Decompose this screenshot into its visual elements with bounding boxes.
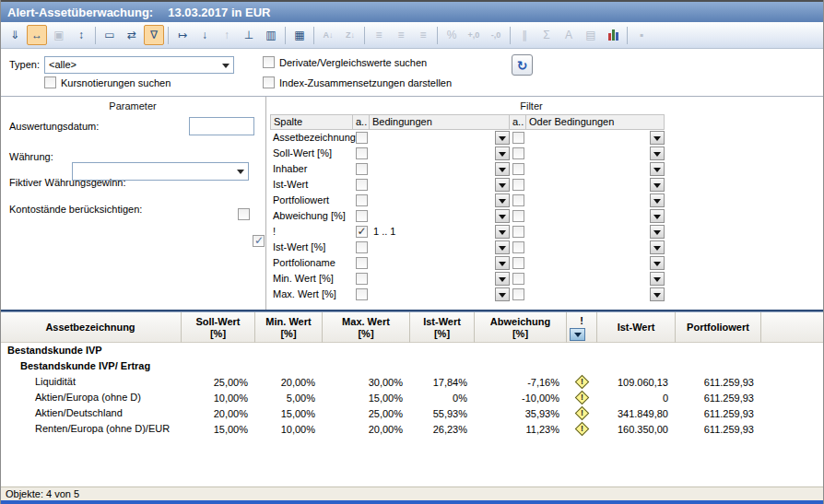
- filter-or-checkbox[interactable]: [512, 241, 524, 253]
- chevron-down-icon[interactable]: [650, 162, 665, 176]
- col-abweichung[interactable]: Abweichung[%]: [475, 312, 567, 343]
- kontostaende-checkbox[interactable]: [253, 235, 265, 247]
- filter-and-checkbox[interactable]: [356, 288, 368, 300]
- chevron-down-icon[interactable]: [495, 131, 510, 145]
- swap-icon[interactable]: ⇄: [122, 25, 142, 45]
- filter-col-and1: a..: [353, 114, 370, 130]
- filter-or-checkbox[interactable]: [512, 147, 524, 159]
- new-window-icon[interactable]: ▭: [100, 25, 120, 45]
- filter-or-checkbox[interactable]: [512, 194, 524, 206]
- warning-icon: !: [575, 391, 590, 405]
- filter-row-warn: ! 1 .. 1: [270, 224, 665, 240]
- filter-and-checkbox[interactable]: [356, 132, 368, 144]
- chevron-down-icon[interactable]: [650, 256, 665, 270]
- filter-or-checkbox[interactable]: [512, 132, 524, 144]
- col-ist-wert-pct[interactable]: Ist-Wert[%]: [410, 312, 475, 343]
- filter-and-checkbox[interactable]: [356, 179, 368, 191]
- chart-column-icon[interactable]: ▥: [261, 25, 281, 45]
- chevron-down-icon[interactable]: [650, 272, 665, 286]
- chevron-down-icon[interactable]: [650, 240, 665, 254]
- filter-title: Filter: [266, 100, 796, 111]
- table-row[interactable]: Liquidität 25,00% 20,00% 30,00% 17,84% -…: [0, 374, 824, 390]
- col-ist-wert[interactable]: Ist-Wert: [597, 312, 676, 343]
- warn-filter-dropdown[interactable]: [570, 328, 585, 341]
- chevron-down-icon[interactable]: [495, 256, 510, 270]
- chevron-down-icon[interactable]: [650, 287, 665, 301]
- filter-and-checkbox[interactable]: [356, 163, 368, 175]
- refresh-button[interactable]: ↻: [512, 54, 533, 76]
- filter-row-label: Max. Wert [%]: [270, 287, 353, 302]
- total-row-icon[interactable]: ⊥: [239, 25, 259, 45]
- filter-or-checkbox[interactable]: [512, 226, 524, 238]
- filter-and-checkbox[interactable]: [356, 241, 368, 253]
- table-row-group[interactable]: Bestandskunde IVP/ Ertrag: [0, 358, 824, 374]
- remove-decimal-icon: -,0: [486, 25, 506, 45]
- chart-icon[interactable]: [603, 25, 623, 45]
- filter-bedingung-value[interactable]: 1 .. 1: [373, 226, 395, 237]
- col-min-wert[interactable]: Min. Wert[%]: [255, 312, 323, 343]
- typen-select[interactable]: <alle>: [44, 56, 234, 74]
- chevron-down-icon[interactable]: [650, 131, 665, 145]
- chevron-down-icon[interactable]: [495, 178, 510, 192]
- chevron-down-icon[interactable]: [495, 147, 510, 160]
- chevron-down-icon[interactable]: [495, 162, 510, 176]
- placeholder-icon: ▪: [631, 25, 652, 45]
- fiktiver-checkbox[interactable]: [238, 208, 250, 220]
- insert-row-icon[interactable]: ↓: [194, 25, 215, 45]
- filter-or-checkbox[interactable]: [512, 179, 524, 191]
- filter-or-checkbox[interactable]: [512, 288, 524, 300]
- col-assetbezeichnung[interactable]: Assetbezeichnung: [0, 312, 182, 343]
- filter-or-checkbox[interactable]: [512, 257, 524, 269]
- insert-column-icon[interactable]: ↦: [172, 25, 193, 45]
- filter-and-checkbox[interactable]: [356, 226, 368, 238]
- save-layout-icon[interactable]: ⇓: [5, 25, 25, 45]
- table-header: Assetbezeichnung Soll-Wert[%] Min. Wert[…: [0, 312, 824, 343]
- index-label: Index-Zusammensetzungen darstellen: [279, 77, 452, 88]
- filter-and-checkbox[interactable]: [356, 210, 368, 222]
- filter-or-checkbox[interactable]: [512, 273, 524, 285]
- auswertungsdatum-label: Auswertungsdatum:: [9, 121, 99, 132]
- table-row[interactable]: Renten/Europa (ohne D)/EUR 15,00% 10,00%…: [0, 421, 824, 437]
- kursnotierungen-checkbox[interactable]: [44, 76, 56, 88]
- parameter-title: Parameter: [0, 100, 265, 111]
- derivate-checkbox[interactable]: [263, 56, 275, 68]
- filter-and-checkbox[interactable]: [356, 257, 368, 269]
- chevron-down-icon[interactable]: [495, 240, 510, 254]
- chevron-down-icon[interactable]: [650, 209, 665, 223]
- chevron-down-icon[interactable]: [650, 178, 665, 192]
- col-soll-wert[interactable]: Soll-Wert[%]: [182, 312, 255, 343]
- table-row-group[interactable]: Bestandskunde IVP: [0, 343, 824, 358]
- waehrung-label: Währung:: [9, 151, 53, 162]
- col-portfoliowert[interactable]: Portfoliowert: [676, 312, 761, 343]
- toolbar-separator: [313, 27, 314, 44]
- chevron-down-icon[interactable]: [650, 147, 665, 160]
- warning-icon: !: [575, 406, 590, 421]
- chevron-down-icon[interactable]: [495, 272, 510, 286]
- col-max-wert[interactable]: Max. Wert[%]: [323, 312, 410, 343]
- filter-and-checkbox[interactable]: [356, 147, 368, 159]
- chevron-down-icon[interactable]: [650, 225, 665, 239]
- fit-width-icon[interactable]: ↔: [27, 25, 47, 45]
- chevron-down-icon[interactable]: [495, 193, 510, 207]
- chevron-down-icon[interactable]: [495, 287, 510, 301]
- index-checkbox[interactable]: [263, 76, 275, 88]
- table-row[interactable]: Aktien/Deutschland 20,00% 15,00% 25,00% …: [0, 405, 824, 421]
- kurs-checkbox-row: Kursnotierungen suchen: [44, 76, 171, 88]
- toolbar-separator: [437, 27, 438, 44]
- chevron-down-icon[interactable]: [495, 209, 510, 223]
- select-columns-icon[interactable]: ▦: [289, 25, 310, 45]
- filter-or-checkbox[interactable]: [512, 210, 524, 222]
- chevron-down-icon[interactable]: [650, 193, 665, 207]
- filter-row-label: Ist-Wert: [270, 177, 353, 193]
- fit-height-icon[interactable]: ↕: [71, 25, 91, 45]
- chevron-down-icon[interactable]: [495, 225, 510, 239]
- auswertungsdatum-input[interactable]: [189, 117, 254, 135]
- filter-and-checkbox[interactable]: [356, 194, 368, 206]
- col-warn[interactable]: !: [567, 312, 597, 343]
- filter-row-label: !: [270, 224, 353, 240]
- filter-or-checkbox[interactable]: [512, 163, 524, 175]
- table-row[interactable]: Aktien/Europa (ohne D) 10,00% 5,00% 15,0…: [0, 390, 824, 405]
- filter-and-checkbox[interactable]: [356, 273, 368, 285]
- filter-icon[interactable]: ∇: [144, 25, 164, 45]
- filter-table-header: Spalte a.. Bedingungen a.. Oder Bedingun…: [270, 114, 665, 130]
